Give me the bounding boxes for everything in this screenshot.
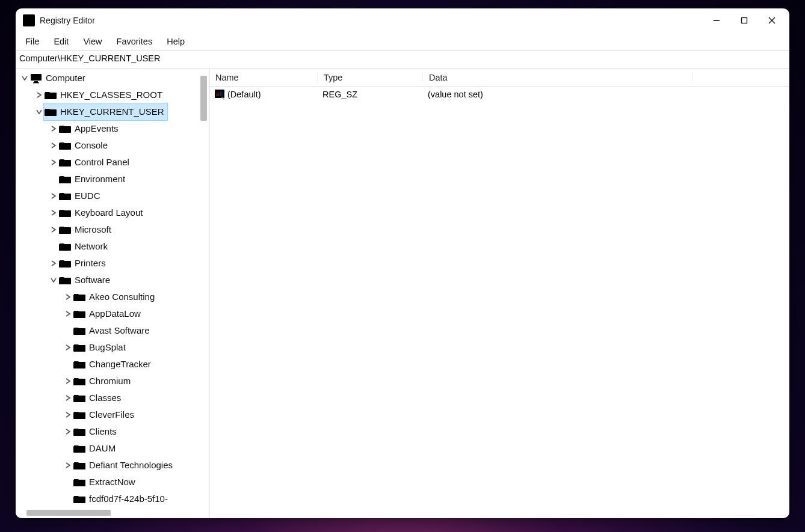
tree-item[interactable]: CleverFiles bbox=[17, 406, 209, 423]
folder-icon bbox=[73, 443, 85, 454]
tree-vertical-scrollbar[interactable] bbox=[199, 69, 209, 508]
menu-help[interactable]: Help bbox=[159, 32, 192, 50]
tree-item[interactable]: HKEY_CURRENT_USER bbox=[17, 103, 209, 120]
tree-item-label: Console bbox=[73, 138, 109, 153]
minimize-button[interactable] bbox=[703, 11, 730, 30]
folder-icon bbox=[45, 106, 57, 117]
chevron-right-icon[interactable] bbox=[49, 141, 58, 150]
tree-item-label: Software bbox=[73, 272, 111, 288]
window-title: Registry Editor bbox=[40, 16, 95, 25]
folder-icon bbox=[73, 426, 85, 437]
registry-editor-window: Registry Editor File Edit View Favorites… bbox=[16, 8, 789, 518]
tree-item[interactable]: Control Panel bbox=[17, 154, 209, 171]
tree-item[interactable]: Network bbox=[17, 238, 209, 255]
column-header-name[interactable]: Name bbox=[209, 73, 318, 82]
tree-view[interactable]: ComputerHKEY_CLASSES_ROOTHKEY_CURRENT_US… bbox=[16, 69, 209, 508]
folder-icon bbox=[73, 376, 85, 387]
chevron-right-icon[interactable] bbox=[49, 259, 58, 268]
values-pane: Name Type Data (Default) REG_SZ (value n… bbox=[209, 69, 789, 518]
folder-icon bbox=[73, 342, 85, 353]
tree-item[interactable]: Akeo Consulting bbox=[17, 289, 209, 305]
address-bar[interactable]: Computer\HKEY_CURRENT_USER bbox=[16, 50, 789, 69]
close-button[interactable] bbox=[758, 11, 786, 30]
tree-item-label: EUDC bbox=[73, 188, 102, 204]
tree-item-label: Akeo Consulting bbox=[88, 289, 156, 305]
tree-item-label: Control Panel bbox=[73, 154, 131, 170]
menubar: File Edit View Favorites Help bbox=[16, 32, 789, 50]
tree-horizontal-scrollbar[interactable] bbox=[16, 508, 209, 518]
chevron-right-icon[interactable] bbox=[64, 343, 72, 352]
chevron-right-icon[interactable] bbox=[64, 310, 72, 318]
tree-pane: ComputerHKEY_CLASSES_ROOTHKEY_CURRENT_US… bbox=[16, 69, 209, 518]
chevron-right-icon[interactable] bbox=[64, 411, 72, 419]
chevron-right-icon[interactable] bbox=[49, 225, 58, 234]
tree-item[interactable]: AppEvents bbox=[17, 120, 209, 137]
folder-icon bbox=[59, 241, 71, 252]
values-list[interactable]: (Default) REG_SZ (value not set) bbox=[209, 87, 789, 518]
column-header-type[interactable]: Type bbox=[318, 73, 423, 82]
tree-item-label: Avast Software bbox=[88, 323, 151, 338]
chevron-down-icon[interactable] bbox=[20, 74, 29, 82]
tree-item-label: Chromium bbox=[88, 373, 132, 389]
chevron-right-icon[interactable] bbox=[49, 158, 58, 167]
tree-item-label: Classes bbox=[88, 390, 122, 406]
tree-item[interactable]: Classes bbox=[17, 390, 209, 406]
column-header-data[interactable]: Data bbox=[423, 73, 693, 82]
tree-item[interactable]: Clients bbox=[17, 423, 209, 440]
chevron-right-icon[interactable] bbox=[64, 394, 72, 402]
chevron-right-icon[interactable] bbox=[64, 461, 72, 469]
value-row[interactable]: (Default) REG_SZ (value not set) bbox=[209, 87, 789, 102]
tree-item[interactable]: Software bbox=[17, 272, 209, 289]
tree-item[interactable]: Microsoft bbox=[17, 221, 209, 238]
tree-item[interactable]: ExtractNow bbox=[17, 474, 209, 491]
titlebar[interactable]: Registry Editor bbox=[16, 8, 789, 32]
chevron-right-icon[interactable] bbox=[49, 192, 58, 200]
tree-item-label: Printers bbox=[73, 255, 107, 271]
menu-view[interactable]: View bbox=[76, 32, 109, 50]
tree-item[interactable]: Environment bbox=[17, 171, 209, 188]
tree-item[interactable]: Console bbox=[17, 137, 209, 154]
chevron-down-icon[interactable] bbox=[35, 108, 43, 116]
chevron-right-icon[interactable] bbox=[64, 293, 72, 301]
menu-edit[interactable]: Edit bbox=[46, 32, 76, 50]
tree-item[interactable]: DAUM bbox=[17, 440, 209, 457]
string-value-icon bbox=[214, 89, 225, 100]
chevron-right-icon[interactable] bbox=[49, 124, 58, 133]
tree-item[interactable]: HKEY_CLASSES_ROOT bbox=[17, 87, 209, 103]
tree-item-label: AppDataLow bbox=[88, 306, 142, 322]
menu-favorites[interactable]: Favorites bbox=[109, 32, 160, 50]
folder-icon bbox=[73, 308, 85, 319]
chevron-right-icon[interactable] bbox=[35, 91, 43, 99]
folder-icon bbox=[73, 460, 85, 471]
tree-item-label: HKEY_CURRENT_USER bbox=[59, 104, 165, 120]
menu-file[interactable]: File bbox=[18, 32, 46, 50]
tree-item[interactable]: AppDataLow bbox=[17, 305, 209, 322]
folder-icon bbox=[73, 359, 85, 370]
chevron-right-icon[interactable] bbox=[64, 377, 72, 385]
folder-icon bbox=[59, 224, 71, 235]
tree-item-label: HKEY_CLASSES_ROOT bbox=[59, 87, 164, 103]
tree-item[interactable]: EUDC bbox=[17, 188, 209, 204]
tree-item[interactable]: Avast Software bbox=[17, 322, 209, 339]
chevron-right-icon[interactable] bbox=[64, 427, 72, 436]
tree-item-label: Clients bbox=[88, 424, 118, 439]
tree-item-label: Environment bbox=[73, 171, 126, 187]
maximize-button[interactable] bbox=[730, 11, 758, 30]
tree-item[interactable]: Keyboard Layout bbox=[17, 204, 209, 221]
tree-item[interactable]: Defiant Technologies bbox=[17, 457, 209, 474]
tree-item[interactable]: BugSplat bbox=[17, 339, 209, 356]
tree-item-label: Computer bbox=[45, 70, 87, 86]
folder-icon bbox=[73, 409, 85, 420]
chevron-right-icon[interactable] bbox=[49, 209, 58, 217]
tree-item-label: ExtractNow bbox=[88, 474, 137, 490]
window-controls bbox=[703, 11, 786, 30]
tree-item-label: Microsoft bbox=[73, 222, 113, 237]
tree-item[interactable]: Chromium bbox=[17, 373, 209, 390]
folder-icon bbox=[59, 275, 71, 286]
tree-item-computer[interactable]: Computer bbox=[17, 70, 209, 87]
tree-item[interactable]: Printers bbox=[17, 255, 209, 272]
tree-item[interactable]: fcdf0d7f-424b-5f10- bbox=[17, 491, 209, 507]
tree-item[interactable]: ChangeTracker bbox=[17, 356, 209, 373]
chevron-down-icon[interactable] bbox=[49, 276, 58, 284]
folder-icon bbox=[59, 174, 71, 185]
